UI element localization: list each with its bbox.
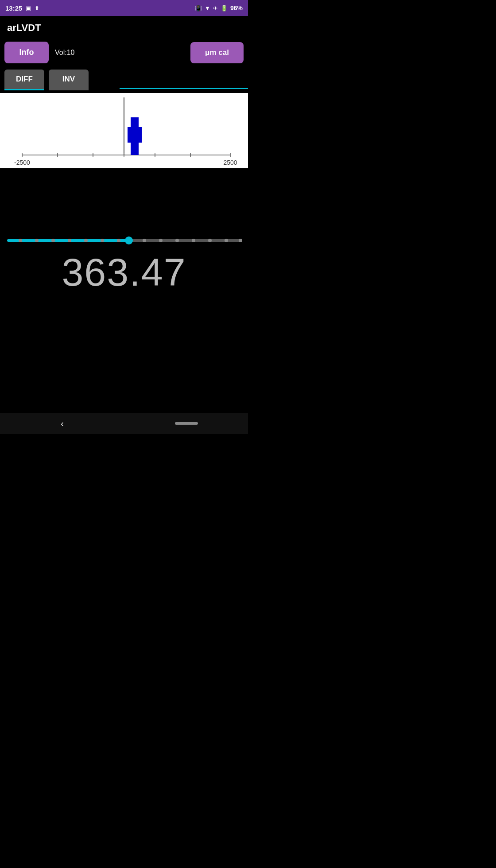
notification-icon: ▣ (26, 5, 31, 12)
chart-svg: -2500 2500 (0, 93, 248, 168)
status-left: 13:25 ▣ ⬆ (5, 4, 39, 12)
mode-row: DIFF INV (0, 67, 248, 93)
controls-row: Info Vol:10 μm cal (0, 38, 248, 67)
slider-dot (225, 239, 228, 242)
chart-area: -2500 2500 (0, 93, 248, 168)
app-header: arLVDT (0, 16, 248, 38)
slider-dot (208, 239, 212, 242)
slider-dot (101, 239, 104, 242)
slider-container (0, 239, 248, 242)
status-right: 📳 ▼ ✈ 🔋 96% (195, 4, 243, 12)
slider-dot (51, 239, 55, 242)
upload-icon: ⬆ (35, 5, 39, 12)
slider-thumb[interactable] (125, 236, 133, 244)
back-button[interactable]: ‹ (50, 415, 74, 432)
home-indicator[interactable] (175, 422, 198, 425)
slider-dot (35, 239, 39, 242)
svg-rect-12 (128, 127, 142, 143)
inv-button[interactable]: INV (49, 70, 89, 90)
measurement-value: 363.47 (0, 242, 248, 295)
status-time: 13:25 (5, 4, 22, 12)
svg-text:-2500: -2500 (14, 159, 30, 166)
nav-bar: ‹ (0, 413, 248, 434)
status-bar: 13:25 ▣ ⬆ 📳 ▼ ✈ 🔋 96% (0, 0, 248, 16)
value-input[interactable] (120, 71, 248, 89)
svg-rect-11 (131, 117, 139, 127)
battery-percent: 96% (230, 4, 243, 12)
slider-track (7, 239, 241, 242)
slider-dot (117, 239, 120, 242)
svg-rect-13 (131, 143, 139, 155)
lower-area: 363.47 (0, 239, 248, 430)
diff-button[interactable]: DIFF (4, 70, 44, 90)
slider-dot (19, 239, 22, 242)
slider-dot (143, 239, 146, 242)
app-title: arLVDT (7, 22, 41, 33)
wifi-icon: ▼ (205, 5, 210, 12)
slider-dot (68, 239, 71, 242)
vol-label: Vol:10 (53, 49, 186, 57)
airplane-icon: ✈ (213, 5, 218, 12)
slider-dot (175, 239, 179, 242)
vibrate-icon: 📳 (195, 5, 202, 12)
slider-dot (239, 239, 242, 242)
slider-dot (84, 239, 88, 242)
slider-dot (159, 239, 163, 242)
info-button[interactable]: Info (4, 42, 49, 63)
um-cal-button[interactable]: μm cal (190, 42, 244, 63)
slider-dot (192, 239, 195, 242)
svg-text:2500: 2500 (223, 159, 237, 166)
battery-icon: 🔋 (221, 5, 228, 12)
